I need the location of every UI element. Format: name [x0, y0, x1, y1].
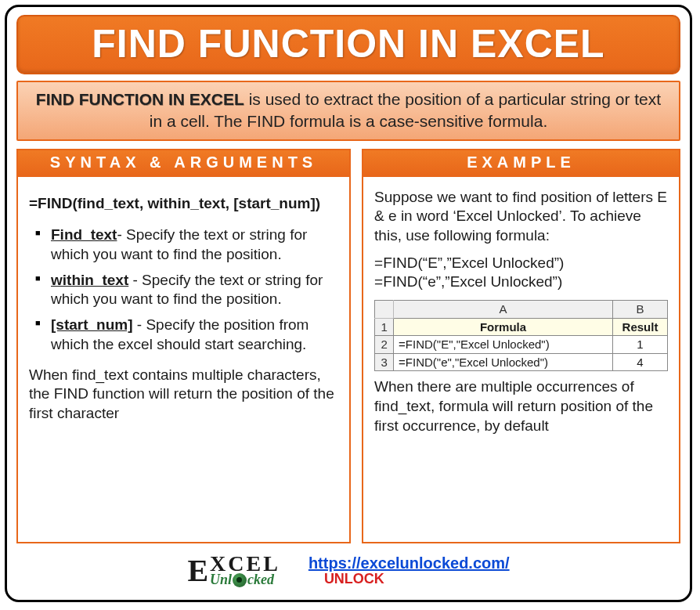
argument-name: Find_text	[51, 226, 117, 243]
example-intro: Suppose we want to find position of lett…	[374, 188, 668, 246]
sheet-cell-result: 4	[613, 353, 668, 371]
logo-unl: Unl	[210, 574, 232, 586]
website-link[interactable]: https://excelunlocked.com/	[309, 554, 510, 572]
example-formulas: =FIND(“E”,”Excel Unlocked”) =FIND(“e”,”E…	[374, 254, 668, 292]
example-body: Suppose we want to find position of lett…	[363, 177, 679, 446]
infographic-card: FIND FUNCTION IN EXCEL FIND FUNCTION IN …	[5, 5, 692, 602]
brand-logo: E XCEL Unl cked	[187, 554, 280, 587]
argument-item: within_text - Specify the text or string…	[34, 271, 338, 309]
columns: SYNTAX & ARGUMENTS =FIND(find_text, with…	[16, 149, 680, 543]
title-banner: FIND FUNCTION IN EXCEL	[16, 15, 680, 74]
sheet-cell-result: 1	[613, 336, 668, 354]
logo-text-block: XCEL Unl cked	[210, 554, 280, 587]
logo-unlocked: Unl cked	[210, 573, 280, 587]
syntax-note: When find_text contains multiple charact…	[29, 366, 338, 424]
sheet-header-cell: Result	[613, 318, 668, 336]
footer: E XCEL Unl cked https://excelunlocked.co…	[16, 543, 680, 594]
lock-icon	[233, 573, 247, 587]
sheet-header-row: 1 Formula Result	[375, 318, 668, 336]
sheet-row-num: 1	[375, 318, 394, 336]
syntax-column: SYNTAX & ARGUMENTS =FIND(find_text, with…	[16, 149, 351, 543]
argument-item: Find_text- Specify the text or string fo…	[34, 226, 338, 264]
argument-name: [start_num]	[51, 316, 133, 333]
sheet-data-row: 2 =FIND("E","Excel Unlocked") 1	[375, 336, 668, 354]
sheet-row-num: 3	[375, 353, 394, 371]
logo-xcel: XCEL	[210, 554, 280, 573]
formula-line: =FIND(“e”,”Excel Unlocked”)	[374, 273, 668, 292]
sheet-col-headers: A B	[375, 301, 668, 319]
description-banner: FIND FUNCTION IN EXCEL is used to extrac…	[16, 81, 680, 141]
argument-item: [start_num] - Specify the position from …	[34, 316, 338, 354]
sheet-data-row: 3 =FIND("e","Excel Unlocked") 4	[375, 353, 668, 371]
page-title: FIND FUNCTION IN EXCEL	[18, 21, 679, 67]
syntax-formula: =FIND(find_text, within_text, [start_num…	[29, 194, 338, 214]
argument-list: Find_text- Specify the text or string fo…	[29, 226, 338, 354]
sheet-cell-formula: =FIND("E","Excel Unlocked")	[394, 336, 613, 354]
description-lead: FIND FUNCTION IN EXCEL	[36, 90, 244, 108]
example-header: EXAMPLE	[363, 150, 679, 177]
example-note: When there are multiple occurrences of f…	[374, 377, 668, 435]
sheet-row-num: 2	[375, 336, 394, 354]
sheet-col-b: B	[613, 301, 668, 319]
footer-links: https://excelunlocked.com/ UNLOCK	[309, 554, 510, 587]
syntax-header: SYNTAX & ARGUMENTS	[18, 150, 349, 177]
syntax-body: =FIND(find_text, within_text, [start_num…	[18, 177, 349, 433]
sheet-col-a: A	[394, 301, 613, 319]
logo-letter-e: E	[187, 557, 208, 585]
example-column: EXAMPLE Suppose we want to find position…	[362, 149, 680, 543]
argument-name: within_text	[51, 272, 128, 288]
sheet-header-cell: Formula	[394, 318, 613, 336]
sheet-corner	[375, 301, 394, 319]
logo-cked: cked	[247, 574, 274, 586]
unlock-label: UNLOCK	[324, 571, 384, 587]
sheet-cell-formula: =FIND("e","Excel Unlocked")	[394, 353, 613, 371]
formula-line: =FIND(“E”,”Excel Unlocked”)	[374, 254, 668, 273]
example-spreadsheet: A B 1 Formula Result 2 =FIND("E","Excel …	[374, 300, 668, 371]
